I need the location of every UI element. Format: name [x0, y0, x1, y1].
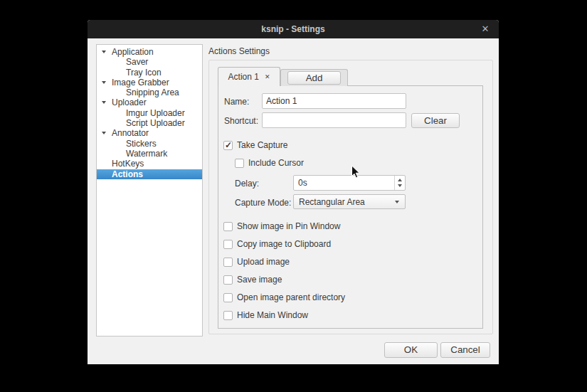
- sidebar-item-imgur-uploader[interactable]: Imgur Uploader: [97, 108, 202, 118]
- expander-down-icon[interactable]: [102, 101, 106, 104]
- sidebar-item-label: Watermark: [126, 149, 167, 159]
- tab-label: Action 1: [228, 72, 259, 82]
- settings-tree[interactable]: ApplicationSaverTray IconImage GrabberSn…: [96, 44, 203, 337]
- name-label: Name:: [224, 97, 249, 107]
- option-checkbox-upload-image[interactable]: Upload image: [223, 258, 345, 267]
- checkbox-icon[interactable]: [223, 240, 233, 249]
- mouse-cursor: [351, 165, 360, 179]
- shortcut-input[interactable]: [262, 112, 406, 128]
- chevron-down-icon: [395, 201, 399, 203]
- delay-spinner[interactable]: 0s: [293, 175, 406, 191]
- sidebar-item-stickers[interactable]: Stickers: [97, 139, 202, 149]
- take-capture-checkbox[interactable]: Take Capture: [223, 141, 287, 150]
- sidebar-item-saver[interactable]: Saver: [97, 57, 202, 67]
- checkbox-icon[interactable]: [223, 222, 233, 231]
- titlebar[interactable]: ksnip - Settings ✕: [88, 20, 499, 38]
- delay-value: 0s: [298, 178, 307, 188]
- option-label: Open image parent directory: [237, 293, 345, 302]
- spin-up-icon[interactable]: [398, 179, 402, 181]
- option-label: Copy image to Clipboard: [237, 240, 331, 249]
- sidebar-item-label: Saver: [126, 57, 148, 67]
- sidebar-item-watermark[interactable]: Watermark: [97, 149, 202, 159]
- page-title: Actions Settings: [208, 46, 270, 56]
- checkbox-icon[interactable]: [223, 311, 233, 320]
- option-label: Upload image: [237, 258, 290, 267]
- checkbox-icon[interactable]: [223, 293, 233, 302]
- sidebar-item-actions[interactable]: Actions: [97, 169, 202, 179]
- sidebar-item-hotkeys[interactable]: HotKeys: [97, 159, 202, 169]
- option-label: Save image: [237, 275, 282, 285]
- include-cursor-checkbox[interactable]: Include Cursor: [235, 159, 304, 168]
- capture-mode-select[interactable]: Rectangular Area: [293, 194, 406, 209]
- spin-down-icon[interactable]: [398, 184, 402, 187]
- include-cursor-label: Include Cursor: [248, 159, 304, 168]
- option-checkbox-show-image-in-pin-window[interactable]: Show image in Pin Window: [223, 222, 345, 231]
- settings-window: ksnip - Settings ✕ ApplicationSaverTray …: [88, 20, 499, 364]
- add-action-button[interactable]: Add: [287, 71, 341, 85]
- sidebar-item-label: Application: [112, 47, 154, 57]
- clear-shortcut-button[interactable]: Clear: [411, 113, 460, 128]
- expander-down-icon[interactable]: [102, 81, 106, 84]
- option-checkbox-open-image-parent-directory[interactable]: Open image parent directory: [223, 293, 345, 302]
- sidebar-item-label: Annotator: [112, 128, 149, 138]
- name-input[interactable]: [262, 93, 406, 109]
- sidebar-item-tray-icon[interactable]: Tray Icon: [97, 68, 202, 78]
- sidebar-item-image-grabber[interactable]: Image Grabber: [97, 78, 202, 88]
- sidebar-item-uploader[interactable]: Uploader: [97, 97, 202, 107]
- capture-mode-value: Rectangular Area: [299, 197, 365, 207]
- sidebar-item-label: Tray Icon: [126, 68, 162, 78]
- sidebar-item-label: Snipping Area: [126, 88, 179, 97]
- sidebar-item-label: Imgur Uploader: [126, 108, 185, 118]
- ok-button[interactable]: OK: [384, 342, 438, 358]
- delay-label: Delay:: [235, 179, 259, 189]
- take-capture-label: Take Capture: [237, 141, 287, 150]
- capture-mode-label: Capture Mode:: [235, 198, 291, 208]
- sidebar-item-annotator[interactable]: Annotator: [97, 128, 202, 138]
- sidebar-item-script-uploader[interactable]: Script Uploader: [97, 118, 202, 128]
- cancel-button[interactable]: Cancel: [440, 342, 490, 358]
- sidebar-item-label: Actions: [112, 169, 143, 179]
- option-checkbox-copy-image-to-clipboard[interactable]: Copy image to Clipboard: [223, 240, 345, 249]
- shortcut-label: Shortcut:: [224, 116, 258, 126]
- sidebar-item-label: Image Grabber: [112, 78, 169, 88]
- tab-action-1[interactable]: Action 1 ✕: [218, 67, 280, 86]
- sidebar-item-snipping-area[interactable]: Snipping Area: [97, 88, 202, 97]
- checkbox-icon[interactable]: [223, 141, 233, 150]
- expander-down-icon[interactable]: [102, 132, 106, 134]
- options-list: Show image in Pin WindowCopy image to Cl…: [223, 222, 345, 329]
- tab-close-icon[interactable]: ✕: [265, 73, 270, 80]
- sidebar-item-application[interactable]: Application: [97, 47, 202, 57]
- sidebar-item-label: Uploader: [112, 97, 147, 107]
- close-icon[interactable]: ✕: [479, 23, 492, 36]
- sidebar-item-label: Script Uploader: [126, 118, 185, 128]
- checkbox-icon[interactable]: [223, 275, 233, 285]
- option-label: Show image in Pin Window: [237, 222, 340, 231]
- option-label: Hide Main Window: [237, 311, 308, 320]
- checkbox-icon[interactable]: [223, 258, 233, 267]
- checkbox-icon[interactable]: [235, 159, 244, 168]
- sidebar-item-label: Stickers: [126, 139, 157, 149]
- option-checkbox-hide-main-window[interactable]: Hide Main Window: [223, 311, 345, 320]
- expander-down-icon[interactable]: [102, 51, 106, 53]
- sidebar-item-label: HotKeys: [112, 159, 144, 169]
- window-title: ksnip - Settings: [261, 24, 324, 34]
- option-checkbox-save-image[interactable]: Save image: [223, 275, 345, 285]
